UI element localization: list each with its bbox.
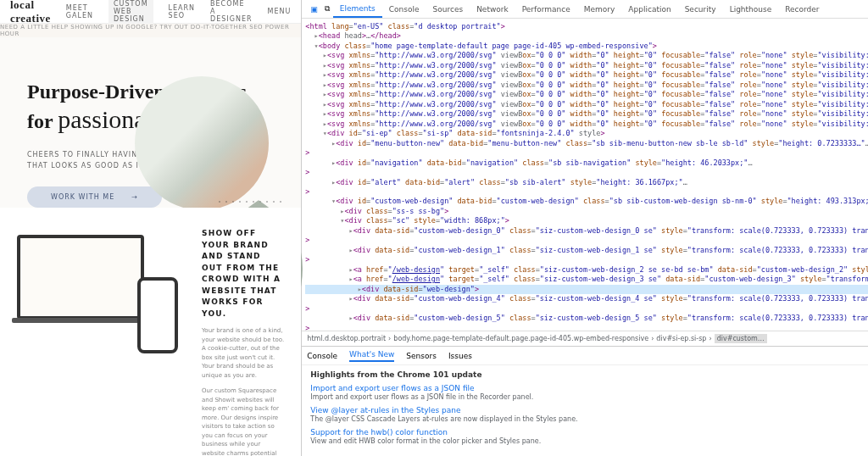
drawer-sensors[interactable]: Sensors xyxy=(406,352,437,360)
site-logo[interactable]: local creative xyxy=(10,0,51,25)
drawer-whatsnew[interactable]: What's New xyxy=(349,350,394,362)
tab-lighthouse[interactable]: Lighthouse xyxy=(723,2,779,17)
arrow-icon: → xyxy=(131,193,138,201)
drawer: Console What's New Sensors Issues × High… xyxy=(302,346,868,456)
tab-performance[interactable]: Performance xyxy=(515,2,577,17)
section-copy: SHOW OFF YOUR BRAND AND STAND OUT FROM T… xyxy=(202,218,284,456)
section-heading: SHOW OFF YOUR BRAND AND STAND OUT FROM T… xyxy=(202,228,284,320)
laptop-mockup xyxy=(17,235,144,320)
drawer-tabs: Console What's New Sensors Issues × xyxy=(302,347,868,365)
news-item[interactable]: Import and export user flows as a JSON f… xyxy=(310,384,868,401)
device-toggle-icon[interactable]: ⧉ xyxy=(321,4,333,14)
nav-meet-galen[interactable]: MEET GALEN xyxy=(66,4,93,19)
inspect-icon[interactable]: ▣ xyxy=(307,5,321,14)
tab-network[interactable]: Network xyxy=(470,2,515,17)
nav-menu[interactable]: MENU xyxy=(268,8,292,15)
whats-new-content: Highlights from the Chrome 101 update Im… xyxy=(302,365,868,456)
website-preview: local creative MEET GALEN CUSTOM WEB DES… xyxy=(0,0,301,456)
news-item[interactable]: View @layer at-rules in the Styles paneT… xyxy=(310,406,868,423)
drawer-console[interactable]: Console xyxy=(307,352,337,360)
section-p1: Your brand is one of a kind, your websit… xyxy=(202,326,284,380)
breadcrumb[interactable]: html.d.desktop.portrait› body.home.page-… xyxy=(302,331,868,346)
phone-mockup xyxy=(137,277,178,353)
work-with-me-button[interactable]: WORK WITH ME → xyxy=(27,186,162,208)
news-item[interactable]: Support for the hwb() color functionView… xyxy=(310,428,868,445)
crumb-body[interactable]: body.home.page-template-default.page.pag… xyxy=(393,335,648,342)
tab-application[interactable]: Application xyxy=(621,2,677,17)
devtools-panel: ▣ ⧉ Elements Console Sources Network Per… xyxy=(301,0,868,456)
crumb-siep[interactable]: div#si-ep.si-sp xyxy=(656,335,706,342)
devtools-tabs: ▣ ⧉ Elements Console Sources Network Per… xyxy=(302,0,868,19)
tab-sources[interactable]: Sources xyxy=(426,2,470,17)
news-title: Highlights from the Chrome 101 update xyxy=(310,370,868,379)
cta-label: WORK WITH ME xyxy=(51,193,114,201)
drawer-issues[interactable]: Issues xyxy=(448,352,472,360)
tab-recorder[interactable]: Recorder xyxy=(778,2,826,17)
devtools-main: <html lang="en-US" class="d desktop port… xyxy=(302,19,868,331)
device-mockup xyxy=(17,218,186,353)
dom-tree[interactable]: <html lang="en-US" class="d desktop port… xyxy=(302,19,868,331)
section-p2: Our custom Squarespace and Showit websit… xyxy=(202,386,284,456)
tab-elements[interactable]: Elements xyxy=(333,1,382,18)
nav-custom-web-design[interactable]: CUSTOM WEB DESIGN xyxy=(108,0,153,25)
section-two: SHOW OFF YOUR BRAND AND STAND OUT FROM T… xyxy=(0,208,301,456)
promo-banner[interactable]: NEED A LITTLE HELP SHOWING UP IN GOOGLE?… xyxy=(0,24,301,37)
crumb-current[interactable]: div#custom… xyxy=(715,334,767,343)
crumb-html[interactable]: html.d.desktop.portrait xyxy=(307,335,386,342)
hero-section: Purpose-Driven Websites for passionate B… xyxy=(0,37,301,208)
tab-console[interactable]: Console xyxy=(382,2,426,17)
tab-security[interactable]: Security xyxy=(678,2,723,17)
site-nav: local creative MEET GALEN CUSTOM WEB DES… xyxy=(0,0,301,24)
nav-become-designer[interactable]: BECOME A DESIGNER xyxy=(210,0,252,23)
tab-memory[interactable]: Memory xyxy=(577,2,622,17)
hero-for: for xyxy=(27,110,53,132)
nav-learn-seo[interactable]: LEARN SEO xyxy=(169,4,196,19)
